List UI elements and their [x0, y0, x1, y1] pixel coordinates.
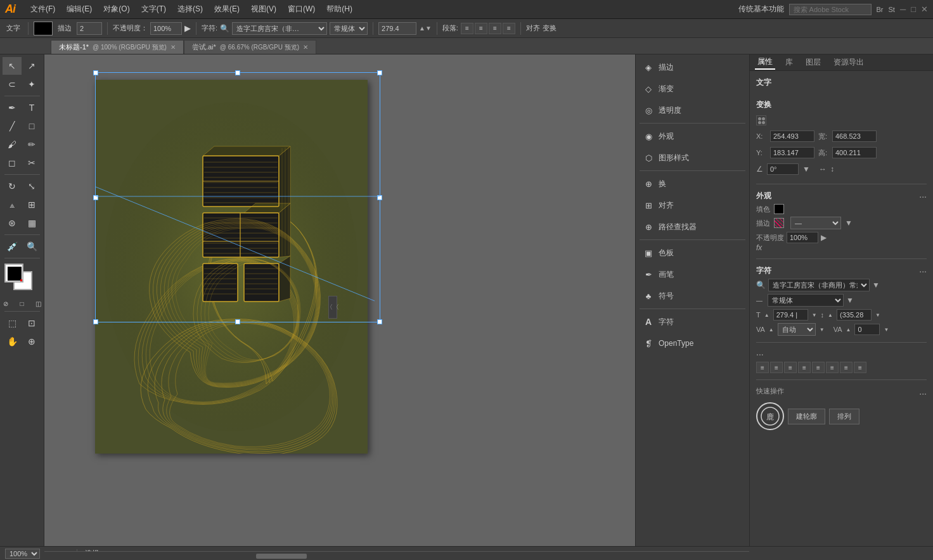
font-select[interactable]: 造字工房言宋（非… [232, 22, 327, 35]
appearance-more-btn[interactable]: ··· [919, 191, 927, 201]
tracking-arrow-down[interactable]: ▼ [820, 327, 825, 333]
stroke-prop-swatch[interactable] [774, 218, 784, 228]
h-scroll-thumb[interactable] [256, 554, 307, 559]
panel-transparency[interactable]: ◎ 透明度 [640, 101, 745, 119]
menu-effect[interactable]: 效果(E) [209, 3, 245, 16]
direct-select-tool[interactable]: ↗ [22, 57, 41, 75]
menu-file[interactable]: 文件(F) [25, 3, 60, 16]
tab-untitled-close[interactable]: ✕ [171, 44, 176, 51]
tab-untitled[interactable]: 未标题-1* @ 100% (RGB/GPU 预览) ✕ [51, 40, 184, 54]
panel-graphic-styles[interactable]: ⬡ 图形样式 [640, 149, 745, 167]
fill-color-fg[interactable] [4, 264, 23, 283]
minimize-btn[interactable]: ─ [900, 4, 906, 14]
free-transform-tool[interactable]: ⊞ [22, 196, 41, 213]
font-size-input[interactable] [378, 22, 416, 35]
zoom-view-tool[interactable]: ⊕ [22, 333, 41, 350]
transform-section-header[interactable]: 变换 [756, 97, 927, 113]
kerning-arrow-up[interactable]: ▲ [846, 327, 851, 333]
h-input[interactable] [832, 147, 877, 158]
appearance-section-header[interactable]: 外观 ··· [756, 188, 927, 204]
menu-edit[interactable]: 编辑(E) [61, 3, 97, 16]
para-align-center[interactable]: ≡ [770, 362, 783, 373]
x-input[interactable] [770, 130, 814, 142]
para-align-j5[interactable]: ≡ [854, 362, 866, 373]
panel-appearance[interactable]: ◉ 外观 [640, 127, 745, 145]
none-color[interactable]: ⊘ [0, 298, 12, 309]
quick-actions-more[interactable]: ··· [919, 388, 927, 398]
menu-select[interactable]: 选择(S) [172, 3, 208, 16]
zoom-select[interactable]: 100% [5, 549, 40, 559]
kerning-arrow-down[interactable]: ▼ [884, 327, 889, 333]
opacity-arrow[interactable]: ▶ [184, 23, 191, 33]
warp-tool[interactable]: ⟁ [3, 196, 22, 213]
angle-input[interactable] [767, 163, 799, 175]
lasso-tool[interactable]: ⊂ [3, 75, 22, 93]
rect-tool[interactable]: □ [22, 117, 41, 135]
tab-layers[interactable]: 图层 [803, 56, 823, 69]
panel-opentype[interactable]: ❡ OpenType [640, 334, 745, 352]
stock-search[interactable] [789, 4, 872, 15]
line-height-arrow-down[interactable]: ▼ [875, 312, 880, 318]
panel-brushes[interactable]: ✒ 画笔 [640, 265, 745, 283]
panel-align[interactable]: ⊞ 对齐 [640, 196, 745, 214]
menu-object[interactable]: 对象(O) [98, 3, 134, 16]
opacity-prop-input[interactable] [787, 232, 818, 243]
panel-transform[interactable]: ⊕ 换 [640, 175, 745, 193]
align-justify[interactable]: ≡ [503, 23, 515, 34]
stroke-options-arrow[interactable]: ▼ [845, 219, 853, 227]
rotate-tool[interactable]: ↻ [3, 177, 22, 195]
tab-try-close[interactable]: ✕ [303, 44, 308, 51]
opacity-input[interactable] [150, 22, 182, 35]
font-size-arrow-down[interactable]: ▼ [812, 312, 817, 318]
text-tool[interactable]: T [22, 99, 41, 117]
stock-btn[interactable]: St [889, 6, 895, 13]
align-right[interactable]: ≡ [489, 23, 501, 34]
panel-stroke[interactable]: ◈ 描边 [640, 58, 745, 76]
font-family-arrow[interactable]: ▼ [872, 281, 880, 290]
slice-tool[interactable]: ⊡ [22, 314, 41, 332]
tab-properties[interactable]: 属性 [755, 55, 775, 70]
bridge-btn[interactable]: Br [877, 6, 884, 13]
menu-window[interactable]: 窗口(W) [283, 3, 320, 16]
line-height-input[interactable] [837, 309, 872, 321]
w-input[interactable] [832, 130, 877, 142]
eyedropper-tool[interactable]: 💉 [3, 238, 22, 255]
hand-tool[interactable]: ✋ [3, 333, 22, 350]
canvas-area[interactable]: 〈〈 [44, 54, 635, 560]
line-tool[interactable]: ╱ [3, 117, 22, 135]
h-scrollbar[interactable] [44, 551, 749, 560]
paintbrush-tool[interactable]: 🖌 [3, 136, 22, 153]
select-tool[interactable]: ↖ [3, 57, 22, 75]
menu-text[interactable]: 文字(T) [136, 3, 171, 16]
panel-collapse-btn[interactable]: 〈〈 [328, 296, 337, 319]
sel-handle-tl[interactable] [93, 70, 98, 75]
sel-handle-br[interactable] [377, 319, 382, 324]
color-mode[interactable]: □ [16, 298, 29, 309]
tab-asset-export[interactable]: 资源导出 [831, 56, 866, 69]
character-section-header[interactable]: 字符 ··· [756, 263, 927, 279]
font-size-arrow-up[interactable]: ▲ [764, 312, 769, 318]
paragraph-section-header[interactable]: ··· [756, 347, 927, 362]
para-align-j3[interactable]: ≡ [826, 362, 839, 373]
text-section-header[interactable]: 文字 [756, 75, 927, 91]
chart-tool[interactable]: ▦ [22, 214, 41, 232]
font-style-arrow[interactable]: ▼ [846, 296, 854, 305]
align-left[interactable]: ≡ [461, 23, 473, 34]
panel-character[interactable]: A 字符 [640, 313, 745, 331]
eraser-tool[interactable]: ◻ [3, 154, 22, 172]
fill-prop-swatch[interactable] [774, 204, 784, 214]
para-align-right[interactable]: ≡ [784, 362, 797, 373]
sel-handle-mr[interactable] [377, 195, 382, 200]
opacity-arrow-right[interactable]: ▶ [821, 233, 827, 242]
font-style-select[interactable]: 常规体 [330, 22, 368, 35]
para-align-justify[interactable]: ≡ [798, 362, 811, 373]
character-more-btn[interactable]: ··· [919, 266, 927, 276]
panel-pathfinder[interactable]: ⊕ 路径查找器 [640, 218, 745, 236]
close-btn[interactable]: ✕ [921, 4, 928, 14]
tracking-arrow-up[interactable]: ▲ [769, 327, 774, 333]
y-input[interactable] [770, 147, 814, 158]
paragraph-more-btn[interactable]: ··· [756, 349, 764, 359]
create-outline-btn[interactable]: 建轮廓 [788, 409, 825, 424]
panel-swatches[interactable]: ▣ 色板 [640, 244, 745, 262]
transform-mode-btn[interactable] [756, 115, 766, 125]
